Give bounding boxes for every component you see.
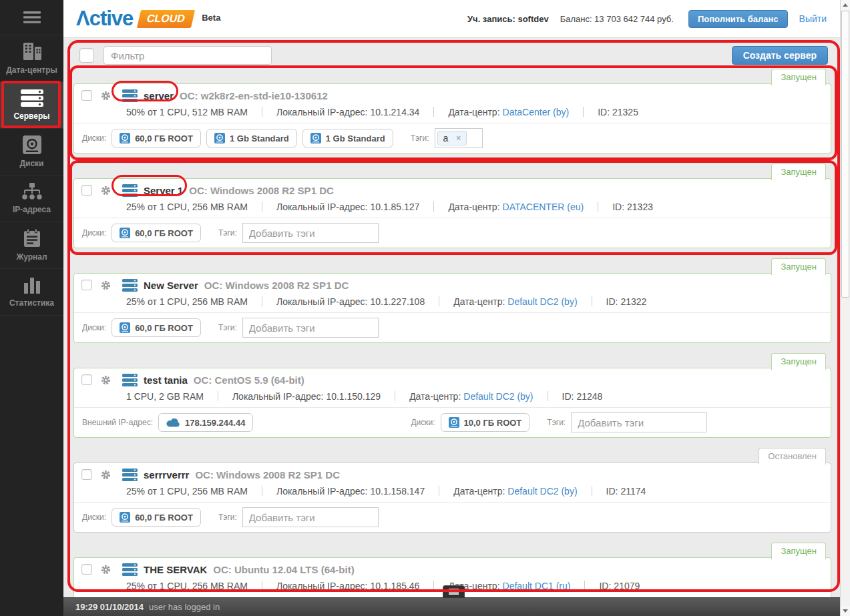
divider xyxy=(433,202,434,212)
server-name[interactable]: Server 1 xyxy=(144,185,183,196)
datacenter-link[interactable]: Default DC1 (ru) xyxy=(503,581,571,591)
external-ip-badge[interactable]: 178.159.244.44 xyxy=(158,413,253,432)
gear-icon[interactable] xyxy=(100,469,112,481)
sidebar-item-disks[interactable]: Диски xyxy=(0,129,63,176)
server-checkbox[interactable] xyxy=(81,564,92,575)
datacenter: Дата-центр:DataCenter (by) xyxy=(448,107,569,117)
server-name[interactable]: New Server xyxy=(144,280,198,291)
sidebar-item-datacenters[interactable]: Дата-центры xyxy=(0,35,63,82)
disk-badge[interactable]: 1 Gb Standard xyxy=(206,129,297,147)
tags-label: Тэги: xyxy=(218,513,237,522)
select-all-checkbox[interactable] xyxy=(79,48,94,63)
disk-badge[interactable]: 10,0 ГБ ROOT xyxy=(441,413,530,432)
server-checkbox[interactable] xyxy=(81,185,92,196)
disks-icon xyxy=(23,135,41,154)
datacenter-link[interactable]: DATACENTER (eu) xyxy=(503,202,584,212)
disk-badge[interactable]: 60,0 ГБ ROOT xyxy=(112,224,201,242)
disk-icon xyxy=(120,228,130,238)
scroll-down-arrow[interactable] xyxy=(841,606,850,616)
log-panel-handle[interactable] xyxy=(443,585,465,597)
server-checkbox[interactable] xyxy=(81,469,92,480)
scroll-up-arrow[interactable] xyxy=(841,0,850,10)
server-name[interactable]: THE SERVAK xyxy=(144,564,207,575)
server-id: ID:21323 xyxy=(612,202,653,212)
sidebar-item-statistics[interactable]: Статистика xyxy=(0,269,63,316)
server-checkbox[interactable] xyxy=(81,90,92,101)
disk-badge[interactable]: 60,0 ГБ ROOT xyxy=(112,129,201,147)
server-name[interactable]: server xyxy=(144,90,174,101)
disk-badge[interactable]: 60,0 ГБ ROOT xyxy=(112,508,201,527)
tags-input[interactable] xyxy=(571,412,707,432)
gear-icon[interactable] xyxy=(100,90,112,101)
server-checkbox[interactable] xyxy=(81,280,92,290)
tags-input[interactable] xyxy=(242,507,379,527)
datacenter-link[interactable]: Default DC2 (by) xyxy=(463,391,533,402)
sidebar-item-journal[interactable]: Журнал xyxy=(0,222,63,269)
server-checkbox[interactable] xyxy=(81,374,92,385)
datacenter-link[interactable]: Default DC2 (by) xyxy=(507,296,577,307)
sidebar-nav: Дата-центры Серверы Диски IP-адреса Журн… xyxy=(0,35,63,316)
datacenter-link[interactable]: Default DC2 (by) xyxy=(507,486,577,497)
filter-input[interactable] xyxy=(103,46,272,65)
gear-icon[interactable] xyxy=(100,374,112,386)
disk-badge[interactable]: 60,0 ГБ ROOT xyxy=(112,318,201,337)
external-ip-badge-label: 178.159.244.44 xyxy=(185,418,245,428)
sidebar-item-ip-addresses[interactable]: IP-адреса xyxy=(0,176,63,222)
sidebar-menu-toggle[interactable] xyxy=(0,0,63,35)
external-ip-label: Внешний IP-адрес: xyxy=(82,418,153,427)
server-id: ID:21325 xyxy=(598,107,638,117)
gear-icon[interactable] xyxy=(100,564,112,575)
server-list: Запущен server OC: w2k8r2-en-std-ie10-13… xyxy=(63,83,840,597)
tags-input[interactable] xyxy=(242,318,379,338)
scrollbar[interactable] xyxy=(840,0,850,616)
topup-balance-button[interactable]: Пополнить баланс xyxy=(688,10,788,28)
scrollbar-thumb[interactable] xyxy=(841,11,849,298)
top-header: Λctive CLOUD Beta Уч. запись: softdev Ба… xyxy=(63,0,840,38)
server-os: OC: w2k8r2-en-std-ie10-130612 xyxy=(180,90,328,101)
server-icon xyxy=(122,184,138,197)
disk-badge-label: 1 Gb Standard xyxy=(230,133,289,143)
server-resources: 25% от 1 CPU, 256 MB RAM xyxy=(126,202,248,212)
tag-chip: a× xyxy=(437,131,467,145)
sidebar-item-servers[interactable]: Серверы xyxy=(0,82,63,129)
datacenter-link[interactable]: DataCenter (by) xyxy=(503,107,570,117)
logo-cloud-badge: CLOUD xyxy=(137,10,195,28)
account-value: softdev xyxy=(517,14,548,24)
datacenter: Дата-центр:Default DC1 (ru) xyxy=(448,581,570,591)
card-footer: Внешний IP-адрес:178.159.244.44Диски:10,… xyxy=(74,407,831,437)
gear-icon[interactable] xyxy=(100,280,112,291)
server-name[interactable]: serrrverrr xyxy=(144,469,189,481)
disk-badge-label: 60,0 ГБ ROOT xyxy=(135,513,193,523)
divider xyxy=(262,581,262,591)
tag-remove-icon[interactable]: × xyxy=(456,133,461,143)
divider xyxy=(262,486,262,496)
server-card: Запущен Server 1 OC: Windows 2008 R2 SP1… xyxy=(73,178,831,248)
server-name[interactable]: test tania xyxy=(144,374,188,386)
statistics-icon xyxy=(23,276,41,294)
tags-label: Тэги: xyxy=(218,323,237,332)
datacenters-icon xyxy=(21,42,43,61)
divider xyxy=(262,296,262,306)
local-ip: Локальный IP-адрес:10.1.158.147 xyxy=(276,486,425,497)
hamburger-icon xyxy=(449,589,459,595)
tags-label: Тэги: xyxy=(411,133,429,143)
disk-badge[interactable]: 1 Gb Standard xyxy=(302,129,393,147)
activecloud-logo[interactable]: Λctive CLOUD Beta xyxy=(76,7,220,31)
gear-icon[interactable] xyxy=(100,185,112,196)
divider xyxy=(433,581,434,591)
tags-label: Тэги: xyxy=(547,418,566,427)
create-server-button[interactable]: Создать сервер xyxy=(732,46,828,65)
local-ip: Локальный IP-адрес:10.1.214.34 xyxy=(276,107,419,117)
tags-input[interactable] xyxy=(242,223,379,243)
card-footer: Диски:60,0 ГБ ROOTТэги: xyxy=(74,218,831,248)
datacenter: Дата-центр:Default DC2 (by) xyxy=(409,391,533,402)
server-resources: 1 CPU, 2 GB RAM xyxy=(126,391,204,402)
logout-link[interactable]: Выйти xyxy=(799,13,827,24)
tags-box[interactable]: a× xyxy=(435,128,483,148)
status-bar: 19:29 01/10/2014 user has logged in xyxy=(63,597,840,616)
status-badge: Запущен xyxy=(771,258,826,275)
servers-icon xyxy=(21,89,43,107)
disk-icon xyxy=(310,133,321,143)
server-card: Запущен New Server OC: Windows 2008 R2 S… xyxy=(73,273,831,343)
account-info: Уч. запись: softdev xyxy=(467,14,549,24)
